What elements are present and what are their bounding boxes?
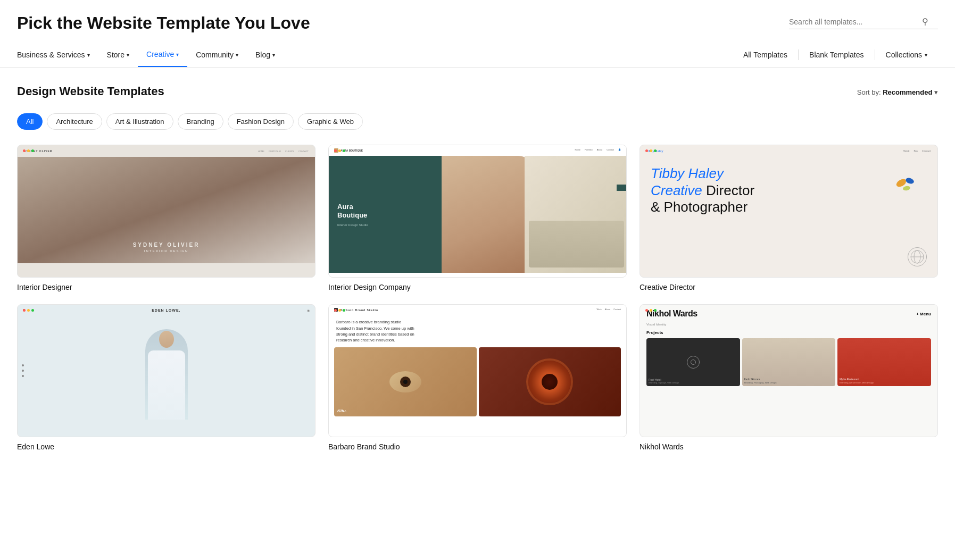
chevron-down-icon: ▾ xyxy=(127,52,129,58)
nikhol-nav: Nikhol Wards + Menu xyxy=(640,305,937,323)
template-name-interior-designer: Interior Designer xyxy=(17,283,315,291)
nav-collections[interactable]: Collections ▾ xyxy=(875,43,938,66)
template-card-interior-design-company[interactable]: AURA BOUTIQUE HomePortfolioAboutContact👤… xyxy=(328,145,627,291)
template-card-eden-lowe[interactable]: ≡ EDEN LOWE. ◉ xyxy=(17,304,315,451)
nav-item-store[interactable]: Store ▾ xyxy=(98,43,138,66)
nav-right: All Templates Blank Templates Collection… xyxy=(733,43,938,66)
dot-red xyxy=(23,149,26,152)
template-card-barbaro[interactable]: Barbaro Brand Studio WorkAboutContact Ba… xyxy=(328,304,627,451)
template-name-eden-lowe: Eden Lowe xyxy=(17,442,315,451)
dot-red xyxy=(334,309,337,312)
dot-red xyxy=(645,149,648,152)
sort-label: Sort by: Recommended ▾ xyxy=(857,88,938,96)
filter-art-illustration[interactable]: Art & Illustration xyxy=(106,113,173,130)
sydney-nav: SYDNEY OLIVER HOMEPORTFOLIOCLIENTSCONTAC… xyxy=(18,145,315,157)
nav-item-blog[interactable]: Blog ▾ xyxy=(247,43,284,66)
barbaro-text: Barbaro is a creative branding studiofou… xyxy=(329,315,626,347)
dot-green xyxy=(654,309,657,312)
aura-body: AuraBoutique Interior Design Studio xyxy=(329,156,626,273)
main-nav: Business & Services ▾ Store ▾ Creative ▾… xyxy=(0,43,955,68)
template-card-nikhol-wards[interactable]: Nikhol Wards + Menu Visual Identity Proj… xyxy=(640,304,938,451)
filter-fashion-design[interactable]: Fashion Design xyxy=(228,113,294,130)
dot-yellow xyxy=(650,309,652,312)
template-preview-aura: AURA BOUTIQUE HomePortfolioAboutContact👤… xyxy=(328,145,627,278)
search-icon: ⚲ xyxy=(922,16,928,27)
dot-green xyxy=(654,149,657,152)
svg-point-2 xyxy=(902,186,910,191)
eden-nav: ≡ EDEN LOWE. ◉ xyxy=(18,305,315,316)
nav-left: Business & Services ▾ Store ▾ Creative ▾… xyxy=(17,43,733,67)
page-title: Pick the Website Template You Love xyxy=(17,13,310,33)
tibby-name: Tibby Haley Creative Director & Photogra… xyxy=(651,165,927,215)
chevron-down-icon: ▾ xyxy=(272,52,275,58)
template-grid: SYDNEY OLIVER HOMEPORTFOLIOCLIENTSCONTAC… xyxy=(17,145,938,451)
dot-green xyxy=(31,309,34,312)
filter-branding[interactable]: Branding xyxy=(178,113,223,130)
nikhol-projects-label: Projects xyxy=(640,330,937,335)
barbaro-images: Kitu. xyxy=(329,347,626,416)
template-card-interior-designer[interactable]: SYDNEY OLIVER HOMEPORTFOLIOCLIENTSCONTAC… xyxy=(17,145,315,291)
dot-red xyxy=(23,309,26,312)
filter-graphic-web[interactable]: Graphic & Web xyxy=(298,113,363,130)
chevron-down-icon: ▾ xyxy=(236,52,238,58)
sydney-image: SYDNEY OLIVIER INTERIOR DESIGN xyxy=(18,157,315,263)
nav-all-templates[interactable]: All Templates xyxy=(733,43,798,66)
template-name-creative-director: Creative Director xyxy=(640,283,938,291)
section-title: Design Website Templates xyxy=(17,85,164,98)
dot-yellow xyxy=(338,149,341,152)
eden-body xyxy=(18,316,315,422)
aura-sub: Interior Design Studio xyxy=(337,223,368,227)
search-input[interactable] xyxy=(789,18,922,26)
dot-yellow xyxy=(650,149,652,152)
chevron-down-icon: ▾ xyxy=(87,52,90,58)
search-bar[interactable]: ⚲ xyxy=(789,16,938,29)
aura-brand: AuraBoutique xyxy=(337,203,367,221)
template-preview-sydney: SYDNEY OLIVER HOMEPORTFOLIOCLIENTSCONTAC… xyxy=(17,145,315,278)
aura-nav: AURA BOUTIQUE HomePortfolioAboutContact👤 xyxy=(329,145,626,156)
template-preview-eden: ≡ EDEN LOWE. ◉ xyxy=(17,304,315,437)
dot-red xyxy=(645,309,648,312)
svg-point-1 xyxy=(905,177,915,185)
filter-all[interactable]: All xyxy=(17,113,43,130)
eden-social-icons xyxy=(22,364,24,377)
barbaro-nav: Barbaro Brand Studio WorkAboutContact xyxy=(329,305,626,315)
dot-yellow xyxy=(27,149,30,152)
dot-yellow xyxy=(338,309,341,312)
nav-item-business[interactable]: Business & Services ▾ xyxy=(17,43,98,66)
filter-architecture[interactable]: Architecture xyxy=(47,113,102,130)
chevron-down-icon: ▾ xyxy=(925,52,927,58)
template-preview-barbaro: Barbaro Brand Studio WorkAboutContact Ba… xyxy=(328,304,627,437)
template-name-barbaro: Barbaro Brand Studio xyxy=(328,442,627,451)
dot-red xyxy=(334,149,337,152)
dot-yellow xyxy=(27,309,30,312)
chevron-down-icon: ▾ xyxy=(176,52,179,57)
template-name-interior-design-company: Interior Design Company xyxy=(328,283,627,291)
main-content: Design Website Templates Sort by: Recomm… xyxy=(0,68,955,451)
aura-right xyxy=(442,156,626,273)
nikhol-subtitle: Visual Identity xyxy=(640,323,937,326)
tibby-globe-icon xyxy=(908,247,927,266)
section-header-row: Design Website Templates Sort by: Recomm… xyxy=(17,85,938,109)
template-preview-nikhol: Nikhol Wards + Menu Visual Identity Proj… xyxy=(640,304,938,437)
nav-blank-templates[interactable]: Blank Templates xyxy=(799,43,874,66)
dot-green xyxy=(343,309,345,312)
template-preview-tibby: Tibby Haley WorkBioContact Tibby Haley C… xyxy=(640,145,938,278)
template-name-nikhol-wards: Nikhol Wards xyxy=(640,442,938,451)
tibby-decoration xyxy=(895,174,916,198)
page-header: Pick the Website Template You Love ⚲ xyxy=(0,0,955,33)
dot-green xyxy=(31,149,34,152)
nav-item-community[interactable]: Community ▾ xyxy=(187,43,247,66)
sort-bar[interactable]: Sort by: Recommended ▾ xyxy=(857,88,938,96)
filter-bar: All Architecture Art & Illustration Bran… xyxy=(17,113,938,130)
nav-item-creative[interactable]: Creative ▾ xyxy=(138,43,187,67)
nikhol-images: Roof HotelBranding, Signage, Web Design … xyxy=(640,338,937,386)
aura-left: AuraBoutique Interior Design Studio xyxy=(329,156,442,273)
tibby-nav: Tibby Haley WorkBioContact xyxy=(640,145,937,157)
dot-green xyxy=(343,149,345,152)
template-card-creative-director[interactable]: Tibby Haley WorkBioContact Tibby Haley C… xyxy=(640,145,938,291)
tibby-body: Tibby Haley Creative Director & Photogra… xyxy=(640,157,937,224)
